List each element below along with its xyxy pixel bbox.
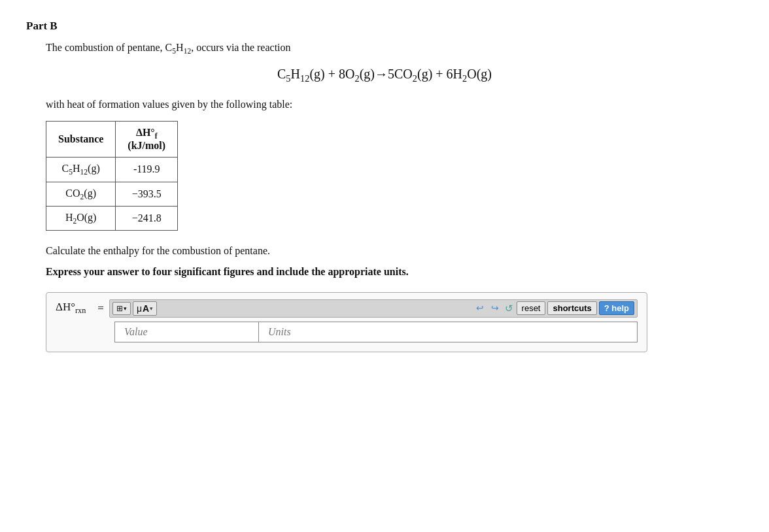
- substance-h2o: H2O(g): [46, 206, 116, 230]
- substance-co2: CO2(g): [46, 182, 116, 206]
- reset-button[interactable]: reset: [517, 301, 546, 315]
- grid-icon: ⊞: [116, 304, 123, 313]
- intro-text: The combustion of pentane, C5H12, occurs…: [46, 42, 743, 55]
- shortcuts-button[interactable]: shortcuts: [547, 301, 596, 315]
- express-text: Express your answer to four significant …: [46, 266, 743, 278]
- undo-button[interactable]: ↩: [473, 301, 487, 315]
- value-h2o: −241.8: [116, 206, 178, 230]
- value-co2: −393.5: [116, 182, 178, 206]
- answer-row-top: ΔH°rxn = ⊞ ▾ μ A ▾ ↩ ↪ ↺ reset: [56, 299, 638, 318]
- delta-h-label: ΔH°rxn: [56, 301, 86, 316]
- answer-area: ΔH°rxn = ⊞ ▾ μ A ▾ ↩ ↪ ↺ reset: [46, 292, 647, 352]
- help-button[interactable]: ? help: [599, 301, 634, 315]
- value-input[interactable]: [115, 322, 259, 342]
- table-row: C5H12(g) -119.9: [46, 158, 178, 182]
- table-row: H2O(g) −241.8: [46, 206, 178, 230]
- data-table-wrapper: Substance ΔH°f(kJ/mol) C5H12(g) -119.9 C…: [46, 121, 743, 231]
- col-header-substance: Substance: [46, 122, 116, 158]
- calculate-text: Calculate the enthalpy for the combustio…: [46, 245, 743, 257]
- chevron-down-icon2: ▾: [150, 305, 153, 312]
- table-row: CO2(g) −393.5: [46, 182, 178, 206]
- chevron-down-icon: ▾: [124, 305, 127, 312]
- value-c5h12: -119.9: [116, 158, 178, 182]
- equals-sign: =: [97, 302, 104, 315]
- part-b-label: Part B: [26, 20, 743, 33]
- mu-icon: μ: [137, 303, 142, 314]
- a-icon: A: [143, 303, 149, 314]
- redo-button[interactable]: ↪: [488, 301, 502, 315]
- substance-c5h12: C5H12(g): [46, 158, 116, 182]
- reset-circle-icon: ↺: [505, 303, 513, 314]
- grid-icon-button[interactable]: ⊞ ▾: [112, 302, 131, 315]
- reaction-equation: C5H12(g) + 8O2(g)→5CO2(g) + 6H2O(g): [26, 67, 743, 84]
- answer-input-row: [114, 322, 638, 342]
- mu-a-button[interactable]: μ A ▾: [133, 301, 157, 316]
- answer-toolbar: ⊞ ▾ μ A ▾ ↩ ↪ ↺ reset shortcuts ? help: [109, 299, 638, 318]
- units-input[interactable]: [259, 322, 390, 342]
- table-intro: with heat of formation values given by t…: [46, 99, 743, 110]
- heat-formation-table: Substance ΔH°f(kJ/mol) C5H12(g) -119.9 C…: [46, 121, 178, 231]
- col-header-delta: ΔH°f(kJ/mol): [116, 122, 178, 158]
